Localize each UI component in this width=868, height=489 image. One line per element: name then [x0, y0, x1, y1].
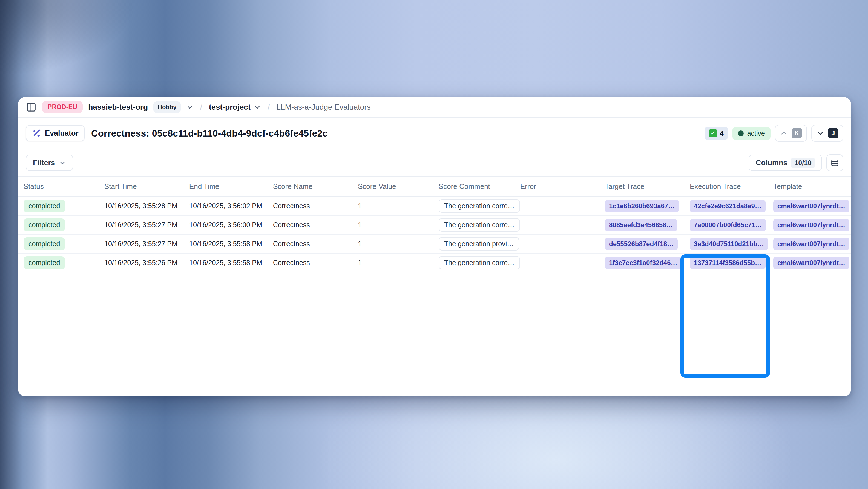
success-count-badge: ✓ 4 [705, 127, 728, 140]
keyboard-shortcut-k: K [792, 128, 802, 138]
template-link[interactable]: cmal6wart007lynrdt… [773, 257, 849, 269]
column-header-end_time: End Time [189, 182, 273, 191]
cell-target_trace: 1c1e6b260b693a67… [605, 200, 690, 212]
cell-start_time: 10/16/2025, 3:55:26 PM [104, 259, 189, 267]
chevron-up-icon [780, 129, 788, 137]
row-height-button[interactable] [826, 154, 843, 171]
wand-sparkles-icon [32, 128, 41, 138]
table-row[interactable]: completed10/16/2025, 3:55:28 PM10/16/202… [18, 197, 851, 216]
org-switcher-chevron-icon[interactable] [186, 104, 193, 111]
breadcrumb: PROD-EU hassieb-test-org Hobby / test-pr… [18, 97, 851, 118]
score-comment-box: The generation corre… [439, 218, 520, 232]
environment-badge: PROD-EU [42, 100, 83, 113]
target-trace-link[interactable]: 1c1e6b260b693a67… [605, 200, 679, 212]
table-row[interactable]: completed10/16/2025, 3:55:26 PM10/16/202… [18, 254, 851, 272]
status-badge: active [733, 127, 771, 140]
execution-trace-link[interactable]: 42cfe2e9c621da8a9… [690, 200, 766, 212]
table-header-row: StatusStart TimeEnd TimeScore NameScore … [18, 177, 851, 197]
cell-score_value: 1 [358, 259, 439, 267]
keyboard-shortcut-j: J [828, 128, 838, 138]
breadcrumb-org[interactable]: hassieb-test-org [88, 103, 148, 112]
columns-button[interactable]: Columns 10/10 [749, 154, 822, 171]
breadcrumb-separator: / [199, 103, 203, 112]
page-title: Correctness: 05c8c11d-b110-4db4-9dcf-c4b… [91, 128, 328, 139]
status-completed-badge: completed [24, 219, 65, 231]
cell-score_name: Correctness [273, 221, 358, 229]
columns-count-badge: 10/10 [791, 157, 815, 168]
panel-left-icon [26, 102, 37, 113]
cell-end_time: 10/16/2025, 3:56:02 PM [189, 202, 273, 210]
cell-execution_trace: 3e3d40d75110d21bb… [690, 238, 773, 250]
column-header-score_comment: Score Comment [439, 182, 520, 191]
execution-trace-highlight-box [680, 254, 770, 378]
column-header-error: Error [520, 182, 605, 191]
cell-start_time: 10/16/2025, 3:55:28 PM [104, 202, 189, 210]
cell-status: completed [24, 256, 104, 269]
project-switcher-chevron-icon[interactable] [254, 104, 261, 111]
cell-target_trace: 8085aefd3e456858… [605, 219, 690, 231]
column-header-score_value: Score Value [358, 182, 439, 191]
cell-score_comment: The generation corre… [439, 199, 520, 213]
cell-end_time: 10/16/2025, 3:55:58 PM [189, 240, 273, 248]
next-item-button[interactable]: J [811, 125, 843, 142]
column-header-target_trace: Target Trace [605, 182, 690, 191]
chevron-down-icon [816, 129, 825, 137]
cell-score_value: 1 [358, 202, 439, 210]
target-trace-link[interactable]: 8085aefd3e456858… [605, 219, 677, 231]
cell-start_time: 10/16/2025, 3:55:27 PM [104, 221, 189, 229]
execution-trace-link[interactable]: 7a00007b00fd65c71… [690, 219, 766, 231]
breadcrumb-separator: / [267, 103, 271, 112]
status-completed-badge: completed [24, 237, 65, 250]
score-comment-box: The generation provi… [439, 237, 519, 251]
active-dot-icon [738, 131, 744, 136]
column-header-start_time: Start Time [104, 182, 189, 191]
table-rows-icon [830, 158, 839, 168]
table-body: completed10/16/2025, 3:55:28 PM10/16/202… [18, 197, 851, 272]
cell-target_trace: de55526b87ed4f18… [605, 238, 690, 250]
cell-score_name: Correctness [273, 202, 358, 210]
filters-button[interactable]: Filters [26, 154, 73, 171]
cell-execution_trace: 42cfe2e9c621da8a9… [690, 200, 773, 212]
execution-trace-link[interactable]: 3e3d40d75110d21bb… [690, 238, 768, 250]
cell-execution_trace: 13737114f3586d55b… [690, 257, 773, 269]
chevron-down-icon [59, 159, 66, 166]
score-comment-box: The generation corre… [439, 199, 520, 213]
plan-badge: Hobby [153, 102, 181, 113]
table-toolbar: Filters Columns 10/10 [18, 149, 851, 177]
cell-template: cmal6wart007lynrdt… [773, 200, 851, 212]
success-count: 4 [720, 130, 724, 137]
cell-end_time: 10/16/2025, 3:55:58 PM [189, 259, 273, 267]
cell-template: cmal6wart007lynrdt… [773, 238, 851, 250]
breadcrumb-page: LLM-as-a-Judge Evaluators [277, 103, 371, 112]
sidebar-toggle-button[interactable] [26, 102, 37, 113]
cell-score_comment: The generation provi… [439, 237, 520, 251]
status-completed-badge: completed [24, 200, 65, 212]
desktop-background: PROD-EU hassieb-test-org Hobby / test-pr… [0, 0, 868, 489]
cell-target_trace: 1f3c7ee3f1a0f32d46… [605, 257, 690, 269]
app-window: PROD-EU hassieb-test-org Hobby / test-pr… [18, 97, 851, 396]
prev-item-button[interactable]: K [775, 125, 807, 142]
execution-trace-link[interactable]: 13737114f3586d55b… [690, 257, 766, 269]
column-header-score_name: Score Name [273, 182, 358, 191]
cell-score_value: 1 [358, 221, 439, 229]
evaluations-table: StatusStart TimeEnd TimeScore NameScore … [18, 177, 851, 396]
table-row[interactable]: completed10/16/2025, 3:55:27 PM10/16/202… [18, 235, 851, 254]
target-trace-link[interactable]: 1f3c7ee3f1a0f32d46… [605, 257, 682, 269]
status-completed-badge: completed [24, 256, 65, 269]
template-link[interactable]: cmal6wart007lynrdt… [773, 219, 849, 231]
column-header-status: Status [24, 182, 104, 191]
cell-execution_trace: 7a00007b00fd65c71… [690, 219, 773, 231]
cell-score_comment: The generation corre… [439, 218, 520, 232]
template-link[interactable]: cmal6wart007lynrdt… [773, 200, 849, 212]
target-trace-link[interactable]: de55526b87ed4f18… [605, 238, 678, 250]
cell-status: completed [24, 200, 104, 212]
cell-score_value: 1 [358, 240, 439, 248]
column-header-execution_trace: Execution Trace [690, 182, 773, 191]
cell-start_time: 10/16/2025, 3:55:27 PM [104, 240, 189, 248]
breadcrumb-project[interactable]: test-project [209, 103, 261, 112]
table-row[interactable]: completed10/16/2025, 3:55:27 PM10/16/202… [18, 216, 851, 235]
toolbar-right: Columns 10/10 [749, 154, 843, 171]
template-link[interactable]: cmal6wart007lynrdt… [773, 238, 849, 250]
cell-end_time: 10/16/2025, 3:56:00 PM [189, 221, 273, 229]
cell-status: completed [24, 237, 104, 250]
